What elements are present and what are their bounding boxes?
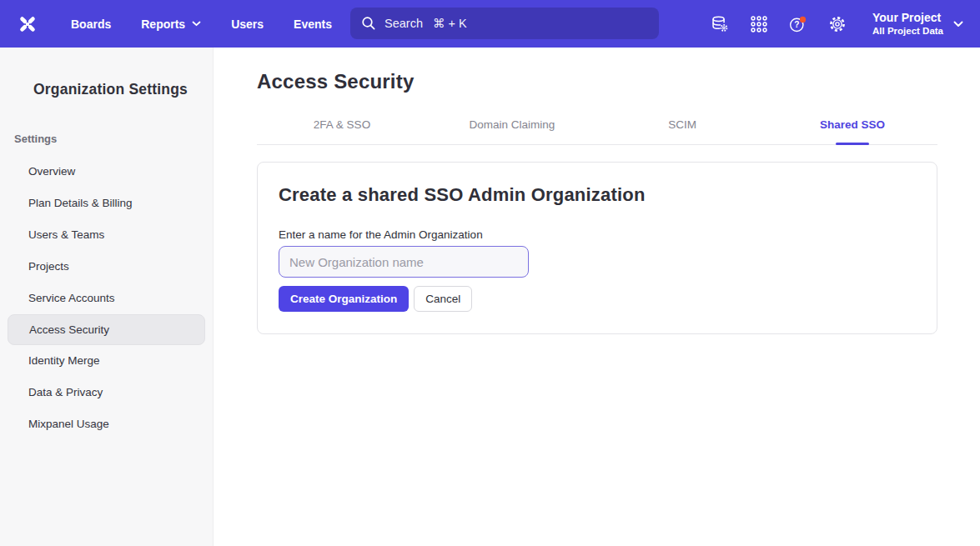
- sidebar-item-plan-details-billing[interactable]: Plan Details & Billing: [0, 188, 213, 219]
- cancel-button[interactable]: Cancel: [414, 286, 472, 312]
- search-placeholder: Search: [384, 17, 423, 30]
- svg-text:?: ?: [794, 20, 799, 29]
- card-title: Create a shared SSO Admin Organization: [279, 184, 915, 206]
- nav-item-label: Reports: [141, 18, 185, 31]
- page-title: Access Security: [257, 48, 937, 93]
- nav-item-label: Boards: [71, 18, 111, 31]
- org-name-input[interactable]: [279, 246, 529, 278]
- help-icon[interactable]: ?: [789, 15, 807, 33]
- tab-scim[interactable]: SCIM: [597, 112, 767, 144]
- notification-dot: [800, 16, 806, 22]
- sidebar-item-mixpanel-usage[interactable]: Mixpanel Usage: [0, 408, 213, 440]
- sidebar-item-overview[interactable]: Overview: [0, 156, 213, 188]
- nav-item-reports[interactable]: Reports: [141, 18, 201, 31]
- project-switcher[interactable]: Your Project All Project Data: [872, 10, 963, 38]
- sidebar-item-identity-merge[interactable]: Identity Merge: [0, 345, 213, 377]
- settings-gear-icon[interactable]: [828, 15, 847, 33]
- primary-nav: Boards Reports Users Events: [71, 18, 332, 31]
- chevron-down-icon: [192, 21, 201, 27]
- settings-sidebar: Organization Settings Settings Overview …: [0, 48, 214, 546]
- sidebar-item-data-privacy[interactable]: Data & Privacy: [0, 377, 213, 408]
- access-security-tabs: 2FA & SSO Domain Claiming SCIM Shared SS…: [257, 112, 937, 145]
- search-icon: [361, 16, 376, 31]
- search-shortcut: ⌘ + K: [433, 17, 467, 30]
- data-management-icon[interactable]: [711, 15, 729, 33]
- create-shared-sso-card: Create a shared SSO Admin Organization E…: [257, 162, 937, 334]
- nav-item-users[interactable]: Users: [231, 18, 264, 31]
- apps-grid-icon[interactable]: [750, 15, 768, 33]
- nav-item-boards[interactable]: Boards: [71, 18, 111, 31]
- sidebar-item-users-teams[interactable]: Users & Teams: [0, 219, 213, 251]
- create-organization-button[interactable]: Create Organization: [279, 286, 409, 312]
- project-name: Your Project: [872, 10, 943, 25]
- tab-shared-sso[interactable]: Shared SSO: [767, 112, 937, 144]
- tab-domain-claiming[interactable]: Domain Claiming: [427, 112, 597, 144]
- sidebar-item-access-security[interactable]: Access Security: [8, 314, 205, 345]
- top-navbar: Boards Reports Users Events Search ⌘ + K: [0, 0, 980, 48]
- nav-item-label: Users: [231, 18, 264, 31]
- tab-2fa-sso[interactable]: 2FA & SSO: [257, 112, 427, 144]
- chevron-down-icon: [953, 21, 963, 28]
- sidebar-item-projects[interactable]: Projects: [0, 251, 213, 283]
- mixpanel-logo[interactable]: [15, 12, 40, 37]
- sidebar-item-service-accounts[interactable]: Service Accounts: [0, 283, 213, 314]
- card-actions: Create Organization Cancel: [279, 286, 915, 312]
- sidebar-nav-list: Overview Plan Details & Billing Users & …: [0, 156, 213, 440]
- search-input[interactable]: Search ⌘ + K: [350, 8, 659, 39]
- navbar-right-cluster: ? Your Project All Project Data: [711, 10, 980, 38]
- sidebar-section-label: Settings: [14, 133, 213, 146]
- mixpanel-logo-icon: [15, 12, 40, 37]
- nav-item-events[interactable]: Events: [294, 18, 332, 31]
- nav-item-label: Events: [294, 18, 332, 31]
- main-content: Access Security 2FA & SSO Domain Claimin…: [214, 48, 980, 546]
- org-name-label: Enter a name for the Admin Organization: [279, 228, 915, 241]
- sidebar-title: Organization Settings: [0, 48, 213, 99]
- project-scope: All Project Data: [872, 25, 943, 38]
